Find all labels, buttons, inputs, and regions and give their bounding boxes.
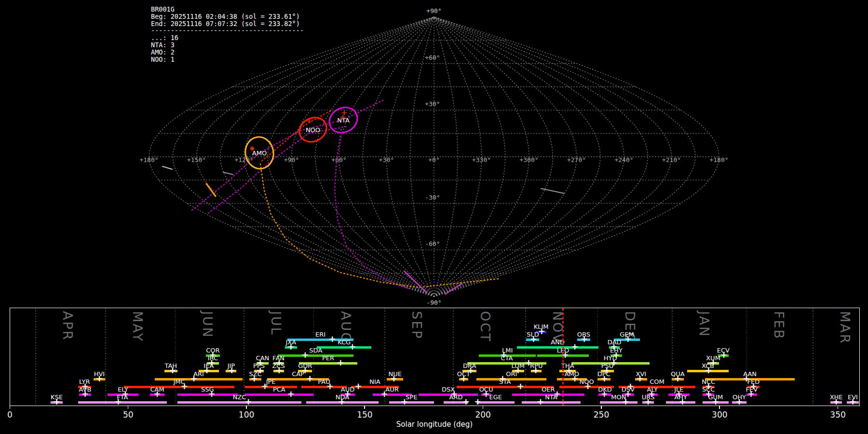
meteor-segment [541,189,564,193]
x-tick-350 [838,406,839,409]
pole-label-south: -90° [426,299,441,306]
shower-peak-amo: + [571,374,578,383]
lon-label: +30° [379,156,394,163]
shower-bar-sda [278,354,353,357]
shower-peak-klim: + [538,327,545,336]
lat-label: +60° [425,54,440,61]
meteor-segment [163,166,172,169]
shower-peak-kcg: + [349,342,356,351]
shower-peak-xhe: + [833,397,840,406]
shower-peak-ecv: + [720,351,728,359]
shower-peak-sta: + [517,382,524,391]
meteor-trail [260,164,499,287]
shower-label-sta: STA [499,379,511,385]
shower-peak-jpe: + [261,382,269,391]
lon-label: +240° [614,156,633,163]
x-tick-0 [10,406,11,409]
x-tick-100 [246,406,247,409]
lon-label: +180° [139,156,158,163]
shower-peak-fta: + [115,397,122,406]
meteor-trail [335,129,411,289]
lat-label: -60° [425,240,440,247]
x-tick-label-300: 300 [712,410,727,420]
shower-label-sda: SDA [309,347,322,353]
shower-label-cta: CTA [501,355,513,361]
shower-peak-ahy: + [679,397,686,406]
shower-peak-ocu: + [483,390,490,398]
shower-bar-dsx [419,393,478,396]
x-tick-label-250: 250 [594,410,609,420]
shower-peak-hvi: + [95,374,103,383]
shower-label-pca: PCA [273,386,285,393]
shower-peak-ard: + [462,397,470,406]
radiant-skymap: +90°-90°+60°+30°-30°-60°+180°+150°+120°+… [0,0,868,309]
shower-peak-mon: + [622,397,629,406]
shower-peak-nta: + [537,397,544,406]
shower-label-per: PER [322,355,334,361]
shower-bar-nta [522,401,581,404]
lon-label: +210° [662,156,681,163]
shower-peak-pau: + [326,382,334,391]
shower-label-ege: EGE [489,394,502,400]
month-boundary-aug [313,308,314,406]
shower-label-nzc: NZC [233,394,246,400]
shower-bar-ssg [177,393,238,396]
shower-peak-ege: + [474,397,481,406]
lon-label: +60° [331,156,346,163]
shower-peak-qua: + [674,374,681,383]
shower-label-com: COM [650,379,665,385]
current-sol-line [562,308,564,406]
shower-peak-aur: + [381,390,388,398]
meteor-segment [445,284,462,294]
month-boundary-jan [672,308,673,406]
shower-label-ori: ORI [506,371,517,377]
x-tick-150 [364,406,365,409]
month-label-may: MAY [130,311,145,342]
shower-peak-noo: + [584,382,591,391]
lon-label: +330° [472,156,491,163]
shower-peak-szc: + [251,374,258,383]
shower-peak-pca: + [287,390,295,398]
shower-peak-oct: + [460,374,467,383]
shower-peak-nzc: + [244,397,252,406]
month-label-sep: SEP [409,311,424,339]
meteor-star-marker [250,146,255,151]
shower-peak-fev: + [747,390,755,398]
lon-label: +90° [284,156,299,163]
shower-bar-mon [600,401,637,404]
lat-label: -30° [425,194,440,201]
x-tick-label-50: 50 [123,410,134,420]
shower-peak-rpu: + [532,366,540,375]
shower-bar-jpe [245,386,297,388]
x-tick-label-100: 100 [239,410,254,420]
shower-peak-nue: + [390,374,397,383]
shower-peak-ssg: + [208,390,215,398]
shower-bar-jmc [124,386,234,388]
lat-label: +30° [425,100,440,108]
month-boundary-may [105,308,106,406]
shower-bar-fta [78,401,167,404]
radiant-label-nta: NTA [337,117,350,124]
shower-label-ard: ARD [449,394,463,400]
shower-peak-eri: + [329,335,336,343]
shower-peak-jip: + [228,366,235,375]
month-label-feb: FEB [772,311,787,340]
radiant-label-noo: NOO [306,126,320,134]
shower-bar-pau [301,386,346,388]
meteor-trail [208,126,348,213]
x-tick-label-150: 150 [357,410,372,420]
shower-peak-xvi: + [636,374,643,383]
shower-peak-gem: + [624,335,632,343]
shower-bar-spe [389,401,434,404]
x-tick-250 [601,406,602,409]
shower-peak-tah: + [169,366,176,375]
shower-peak-cam: + [154,390,161,398]
month-boundary-jun [175,308,176,406]
shower-peak-evi: + [849,397,856,406]
shower-peak-spe: + [401,397,408,406]
shower-peak-jxa: + [287,342,295,351]
lon-label: +270° [567,156,586,163]
lon-label: +120° [234,156,253,163]
shower-peak-kse: + [53,397,60,406]
month-label-jul: JUL [269,311,284,336]
